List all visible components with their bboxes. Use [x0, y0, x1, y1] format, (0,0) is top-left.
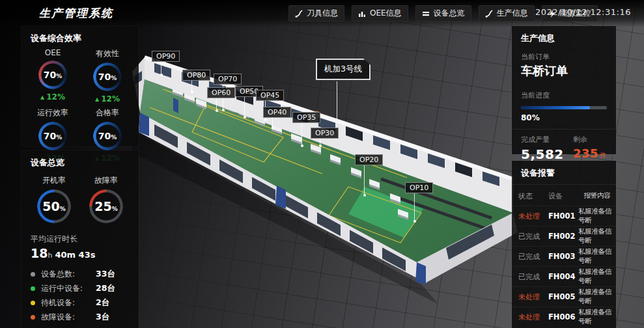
oee-gauge-grid: OEE 70% ▲12% 有效性 70% ▲12% 运行效率 70% ▲12% …: [21, 47, 139, 163]
up-triangle-icon: ▲: [95, 96, 99, 102]
alarm-row[interactable]: 已完成 FH002 私服准备信号断: [512, 226, 616, 246]
alarm-row[interactable]: 未处理 FH001 私服准备信号断: [512, 206, 616, 226]
progress-label: 当前进度: [512, 79, 616, 102]
alarm-row[interactable]: 未处理 FH006 私服准备信号断: [512, 307, 616, 327]
oee-panel: 设备综合效率 OEE 70% ▲12% 有效性 70% ▲12% 运行效率 70…: [21, 26, 139, 146]
station-label-op35[interactable]: OP35: [292, 110, 320, 123]
equipment-stats-list: 设备总数: 33台 运行中设备: 28台 待机设备: 2台 故障设备: 3台: [21, 260, 139, 324]
top-bar: 生产管理系统 刀具信息 OEE信息 设备总览 生产信息 能源监控: [0, 0, 644, 27]
bar-chart-icon: [358, 10, 366, 18]
leader-line: [216, 98, 217, 110]
production-info-panel: 生产信息 当前订单 车桥订单 当前进度 80% 完成产量 5,582件 剩余 2…: [512, 26, 616, 154]
nav-oee-info-button[interactable]: OEE信息: [352, 5, 408, 21]
alarm-row[interactable]: 未处理 FH005 私服准备信号断: [512, 286, 616, 307]
leader-line: [161, 62, 161, 74]
avg-runtime-label: 平均运行时长: [21, 223, 139, 246]
leader-line: [272, 118, 273, 128]
app-title: 生产管理系统: [39, 6, 113, 21]
equipment-overview-panel: 设备总览 开机率 50% 故障率 25% 平均运行时长 18h40m 43s 设…: [21, 150, 139, 328]
production-panel-title: 生产信息: [512, 26, 616, 47]
station-label-op60[interactable]: OP60: [207, 85, 235, 98]
alarm-row[interactable]: 已完成 FH004 私服准备信号断: [512, 266, 616, 286]
stat-standby-equipment: 待机设备: 2台: [31, 295, 130, 310]
datetime-display: 2022/10/12 12:31:16: [535, 7, 631, 17]
tool-icon: [485, 10, 493, 18]
stat-running-equipment: 运行中设备: 28台: [31, 281, 130, 295]
gauge-oee: OEE 70% ▲12%: [25, 48, 80, 103]
stat-fault-equipment: 故障设备: 3台: [31, 310, 130, 324]
nav-equipment-overview-button[interactable]: 设备总览: [415, 5, 471, 21]
gauge-availability: 有效性 70% ▲12%: [80, 48, 135, 103]
station-label-op30[interactable]: OP30: [311, 126, 339, 139]
list-icon: [422, 10, 430, 18]
current-order-value: 车桥订单: [512, 63, 616, 79]
status-dot: [31, 315, 35, 320]
overview-gauge-row: 开机率 50% 故障率 25%: [21, 171, 139, 223]
station-label-op90[interactable]: OP90: [152, 49, 180, 62]
stat-total-equipment: 设备总数: 33台: [31, 267, 130, 281]
dashboard: 机加3号线 OP90OP80OP70OP60OP50OP45OP40OP35OP…: [0, 0, 644, 328]
oee-panel-title: 设备综合效率: [21, 26, 139, 47]
nav-tool-info-button[interactable]: 刀具信息: [288, 5, 344, 21]
leader-line: [191, 81, 192, 91]
status-dot: [31, 286, 35, 291]
leader-line: [414, 193, 415, 221]
status-dot: [31, 272, 35, 277]
up-triangle-icon: ▲: [40, 94, 44, 100]
station-label-op10[interactable]: OP10: [405, 180, 433, 193]
callout-leader-line: [337, 81, 337, 119]
alarm-panel-title: 设备报警: [512, 161, 616, 185]
leader-line: [320, 139, 320, 145]
station-label-op70[interactable]: OP70: [214, 72, 242, 85]
status-dot: [31, 301, 35, 305]
station-label-op45[interactable]: OP45: [256, 88, 284, 101]
station-label-op40[interactable]: OP40: [263, 105, 291, 118]
alarm-table-header: 状态 设备 报警内容: [512, 186, 616, 206]
alarm-row[interactable]: 已完成 FH003 私服准备信号断: [512, 246, 616, 266]
factory-scene: 机加3号线 OP90OP80OP70OP60OP50OP45OP40OP35OP…: [127, 23, 518, 328]
leader-line: [364, 165, 365, 195]
avg-runtime-value: 18h40m 43s: [21, 246, 139, 260]
tool-icon: [295, 10, 303, 18]
line-callout[interactable]: 机加3号线: [316, 59, 371, 80]
equipment-alarm-panel: 设备报警 状态 设备 报警内容 未处理 FH001 私服准备信号断 已完成 FH…: [512, 161, 616, 328]
gauge-uptime-rate: 开机率 50%: [28, 175, 80, 223]
nav-production-info-button[interactable]: 生产信息: [479, 5, 535, 21]
station-label-op20[interactable]: OP20: [355, 152, 383, 165]
gauge-fault-rate: 故障率 25%: [80, 175, 132, 223]
leader-line: [301, 123, 302, 145]
progress-percent: 80%: [512, 109, 616, 129]
current-order-label: 当前订单: [512, 47, 616, 63]
leader-line: [244, 97, 245, 116]
overview-panel-title: 设备总览: [21, 150, 139, 171]
station-label-op80[interactable]: OP80: [182, 68, 210, 81]
